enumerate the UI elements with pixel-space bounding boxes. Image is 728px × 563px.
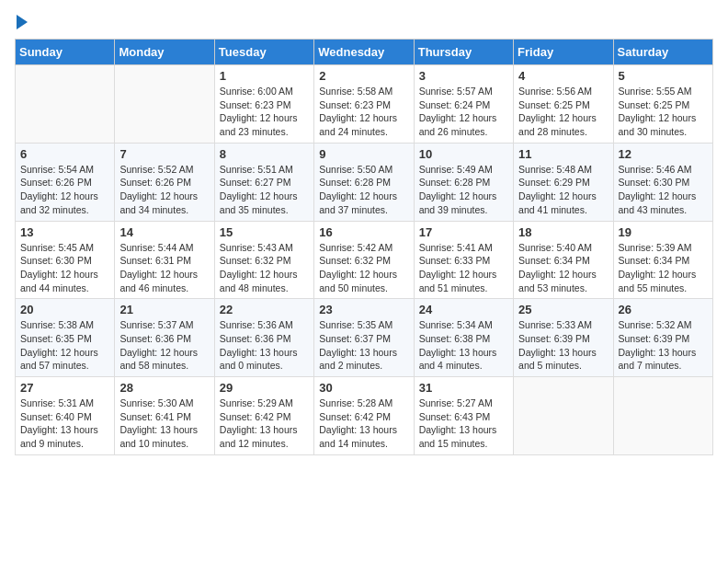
logo-arrow-icon: [17, 15, 28, 29]
day-info: Sunrise: 5:48 AMSunset: 6:29 PMDaylight:…: [518, 163, 608, 217]
day-number: 20: [20, 303, 109, 316]
logo: [15, 15, 28, 29]
calendar-cell: 11Sunrise: 5:48 AMSunset: 6:29 PMDayligh…: [514, 143, 613, 221]
day-info: Sunrise: 5:35 AMSunset: 6:37 PMDaylight:…: [319, 318, 408, 373]
day-info: Sunrise: 5:32 AMSunset: 6:39 PMDaylight:…: [619, 318, 708, 373]
calendar-cell: 1Sunrise: 6:00 AMSunset: 6:23 PMDaylight…: [214, 65, 313, 144]
day-info: Sunrise: 5:30 AMSunset: 6:41 PMDaylight:…: [119, 396, 209, 451]
day-info: Sunrise: 5:42 AMSunset: 6:32 PMDaylight:…: [319, 241, 408, 295]
calendar-cell: 5Sunrise: 5:55 AMSunset: 6:25 PMDaylight…: [613, 65, 712, 144]
day-number: 3: [419, 69, 508, 83]
calendar-cell: 18Sunrise: 5:40 AMSunset: 6:34 PMDayligh…: [514, 221, 613, 299]
calendar-cell: 6Sunrise: 5:54 AMSunset: 6:26 PMDaylight…: [16, 143, 115, 221]
day-number: 4: [518, 69, 608, 83]
calendar-cell: 13Sunrise: 5:45 AMSunset: 6:30 PMDayligh…: [16, 221, 115, 299]
calendar-cell: 16Sunrise: 5:42 AMSunset: 6:32 PMDayligh…: [314, 221, 414, 299]
day-number: 21: [119, 303, 209, 316]
day-header-monday: Monday: [115, 40, 214, 65]
day-number: 9: [319, 147, 408, 161]
calendar-cell: 7Sunrise: 5:52 AMSunset: 6:26 PMDaylight…: [115, 143, 214, 221]
day-number: 17: [419, 225, 508, 239]
day-info: Sunrise: 5:31 AMSunset: 6:40 PMDaylight:…: [20, 396, 109, 451]
day-info: Sunrise: 5:50 AMSunset: 6:28 PMDaylight:…: [319, 163, 408, 217]
calendar-cell: 9Sunrise: 5:50 AMSunset: 6:28 PMDaylight…: [314, 143, 414, 221]
calendar-cell: 31Sunrise: 5:27 AMSunset: 6:43 PMDayligh…: [414, 377, 513, 455]
day-info: Sunrise: 5:45 AMSunset: 6:30 PMDaylight:…: [20, 241, 109, 295]
day-info: Sunrise: 5:49 AMSunset: 6:28 PMDaylight:…: [419, 163, 508, 217]
day-header-tuesday: Tuesday: [214, 40, 313, 65]
calendar-cell: 17Sunrise: 5:41 AMSunset: 6:33 PMDayligh…: [414, 221, 513, 299]
day-info: Sunrise: 5:28 AMSunset: 6:42 PMDaylight:…: [319, 396, 408, 451]
day-info: Sunrise: 5:34 AMSunset: 6:38 PMDaylight:…: [419, 318, 508, 373]
calendar-cell: [16, 65, 115, 144]
day-header-thursday: Thursday: [414, 40, 513, 65]
day-number: 19: [619, 225, 708, 239]
day-info: Sunrise: 5:44 AMSunset: 6:31 PMDaylight:…: [119, 241, 209, 295]
calendar-table: SundayMondayTuesdayWednesdayThursdayFrid…: [15, 39, 713, 455]
day-info: Sunrise: 6:00 AMSunset: 6:23 PMDaylight:…: [220, 85, 309, 139]
calendar-week-row: 1Sunrise: 6:00 AMSunset: 6:23 PMDaylight…: [16, 65, 713, 144]
calendar-cell: 20Sunrise: 5:38 AMSunset: 6:35 PMDayligh…: [16, 299, 115, 377]
day-info: Sunrise: 5:29 AMSunset: 6:42 PMDaylight:…: [220, 396, 309, 451]
day-number: 18: [518, 225, 608, 239]
day-number: 13: [20, 225, 109, 239]
calendar-cell: 21Sunrise: 5:37 AMSunset: 6:36 PMDayligh…: [115, 299, 214, 377]
calendar-cell: 27Sunrise: 5:31 AMSunset: 6:40 PMDayligh…: [16, 377, 115, 455]
calendar-cell: 30Sunrise: 5:28 AMSunset: 6:42 PMDayligh…: [314, 377, 414, 455]
day-number: 7: [119, 147, 209, 161]
day-info: Sunrise: 5:39 AMSunset: 6:34 PMDaylight:…: [619, 241, 708, 295]
day-header-saturday: Saturday: [613, 40, 712, 65]
day-info: Sunrise: 5:41 AMSunset: 6:33 PMDaylight:…: [419, 241, 508, 295]
calendar-header-row: SundayMondayTuesdayWednesdayThursdayFrid…: [16, 40, 713, 65]
day-number: 2: [319, 69, 408, 83]
day-number: 27: [20, 381, 109, 395]
day-number: 12: [619, 147, 708, 161]
calendar-cell: 14Sunrise: 5:44 AMSunset: 6:31 PMDayligh…: [115, 221, 214, 299]
calendar-cell: 22Sunrise: 5:36 AMSunset: 6:36 PMDayligh…: [214, 299, 313, 377]
calendar-week-row: 27Sunrise: 5:31 AMSunset: 6:40 PMDayligh…: [16, 377, 713, 455]
day-info: Sunrise: 5:43 AMSunset: 6:32 PMDaylight:…: [220, 241, 309, 295]
calendar-week-row: 20Sunrise: 5:38 AMSunset: 6:35 PMDayligh…: [16, 299, 713, 377]
day-number: 29: [220, 381, 309, 395]
calendar-cell: 26Sunrise: 5:32 AMSunset: 6:39 PMDayligh…: [613, 299, 712, 377]
day-number: 11: [518, 147, 608, 161]
calendar-cell: 15Sunrise: 5:43 AMSunset: 6:32 PMDayligh…: [214, 221, 313, 299]
calendar-cell: 29Sunrise: 5:29 AMSunset: 6:42 PMDayligh…: [214, 377, 313, 455]
calendar-cell: 3Sunrise: 5:57 AMSunset: 6:24 PMDaylight…: [414, 65, 513, 144]
day-number: 15: [220, 225, 309, 239]
calendar-cell: 28Sunrise: 5:30 AMSunset: 6:41 PMDayligh…: [115, 377, 214, 455]
page-header: [15, 15, 713, 29]
day-info: Sunrise: 5:51 AMSunset: 6:27 PMDaylight:…: [220, 163, 309, 217]
day-info: Sunrise: 5:27 AMSunset: 6:43 PMDaylight:…: [419, 396, 508, 451]
calendar-week-row: 6Sunrise: 5:54 AMSunset: 6:26 PMDaylight…: [16, 143, 713, 221]
day-info: Sunrise: 5:37 AMSunset: 6:36 PMDaylight:…: [119, 318, 209, 373]
day-number: 1: [220, 69, 309, 83]
day-number: 16: [319, 225, 408, 239]
day-info: Sunrise: 5:58 AMSunset: 6:23 PMDaylight:…: [319, 85, 408, 139]
day-info: Sunrise: 5:55 AMSunset: 6:25 PMDaylight:…: [619, 85, 708, 139]
day-info: Sunrise: 5:40 AMSunset: 6:34 PMDaylight:…: [518, 241, 608, 295]
day-info: Sunrise: 5:46 AMSunset: 6:30 PMDaylight:…: [619, 163, 708, 217]
day-header-friday: Friday: [514, 40, 613, 65]
calendar-cell: 2Sunrise: 5:58 AMSunset: 6:23 PMDaylight…: [314, 65, 414, 144]
calendar-cell: 25Sunrise: 5:33 AMSunset: 6:39 PMDayligh…: [514, 299, 613, 377]
calendar-cell: 19Sunrise: 5:39 AMSunset: 6:34 PMDayligh…: [613, 221, 712, 299]
day-header-sunday: Sunday: [16, 40, 115, 65]
day-info: Sunrise: 5:33 AMSunset: 6:39 PMDaylight:…: [518, 318, 608, 373]
day-number: 30: [319, 381, 408, 395]
calendar-cell: 24Sunrise: 5:34 AMSunset: 6:38 PMDayligh…: [414, 299, 513, 377]
calendar-cell: [514, 377, 613, 455]
calendar-week-row: 13Sunrise: 5:45 AMSunset: 6:30 PMDayligh…: [16, 221, 713, 299]
day-number: 26: [619, 303, 708, 316]
calendar-cell: 12Sunrise: 5:46 AMSunset: 6:30 PMDayligh…: [613, 143, 712, 221]
day-info: Sunrise: 5:52 AMSunset: 6:26 PMDaylight:…: [119, 163, 209, 217]
day-number: 22: [220, 303, 309, 316]
day-info: Sunrise: 5:54 AMSunset: 6:26 PMDaylight:…: [20, 163, 109, 217]
day-number: 28: [119, 381, 209, 395]
day-number: 6: [20, 147, 109, 161]
calendar-cell: 8Sunrise: 5:51 AMSunset: 6:27 PMDaylight…: [214, 143, 313, 221]
calendar-cell: [613, 377, 712, 455]
day-info: Sunrise: 5:36 AMSunset: 6:36 PMDaylight:…: [220, 318, 309, 373]
day-number: 23: [319, 303, 408, 316]
day-number: 25: [518, 303, 608, 316]
